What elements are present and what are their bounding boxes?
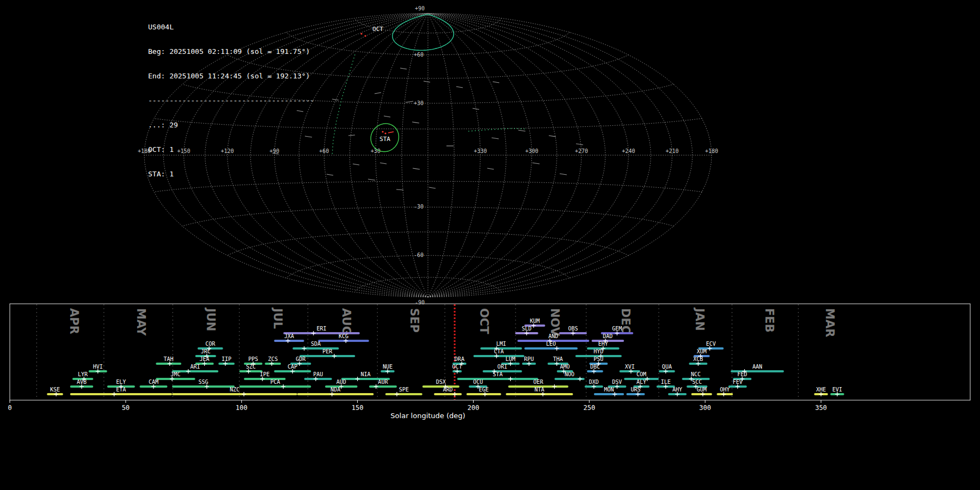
shower-kse: KSE: [47, 387, 63, 396]
screenshot-root: +180+150+120+90+60+30+330+300+270+240+21…: [0, 0, 980, 490]
shower-label: DSX: [436, 379, 446, 385]
meteor-trail: [576, 144, 583, 145]
shower-bar: [172, 385, 235, 388]
meteor-trail: [332, 99, 339, 100]
observation-info-block: US004L Beg: 20251005 02:11:09 (sol = 191…: [148, 7, 314, 194]
shower-label: OCT: [452, 364, 462, 370]
shower-gum: GUM: [691, 387, 712, 396]
grid-meridian: [324, 14, 428, 297]
shower-label: AVB: [77, 379, 87, 385]
shower-label: NOO: [565, 371, 574, 377]
month-label: JAN: [693, 307, 706, 331]
lat-label: +30: [414, 100, 424, 106]
shower-label: PER: [322, 348, 333, 354]
shower-mon: MON: [594, 387, 624, 396]
shower-label: HYD: [593, 348, 603, 354]
station-id: US004L: [148, 23, 314, 31]
shower-label: PAU: [313, 371, 323, 377]
shower-label: OHY: [720, 387, 730, 393]
shower-label: ELY: [116, 379, 126, 385]
shower-label: SLD: [522, 326, 531, 332]
lon-label: +270: [575, 148, 588, 154]
shower-dxd: DXD: [585, 379, 603, 389]
shower-iip: IIP: [218, 356, 235, 366]
shower-label: SZC: [246, 364, 256, 370]
shower-ohy: OHY: [716, 387, 733, 396]
shower-bar: [369, 385, 397, 388]
shower-bar: [239, 385, 311, 388]
shower-avb: AVB: [70, 379, 94, 389]
shower-label: STA: [493, 371, 503, 377]
shower-nzc: NZC: [172, 387, 297, 396]
lat-label: -30: [414, 204, 424, 210]
lon-label: +330: [474, 148, 487, 154]
month-label: JUL: [271, 307, 284, 329]
shower-label: DRA: [455, 356, 464, 362]
red-radiant-mark: [360, 33, 362, 34]
shower-ard: ARD: [434, 387, 462, 396]
lat-label: -90: [415, 299, 425, 305]
meteor-trail: [413, 168, 420, 169]
sporadic-count: ...: 29: [148, 121, 314, 129]
shower-ege: EGE: [467, 387, 501, 396]
shower-sta: STA: [457, 371, 538, 381]
shower-label: EGE: [479, 387, 489, 393]
shower-pau: PAU: [304, 371, 332, 381]
month-label: APR: [68, 308, 81, 334]
meteor-trail: [532, 163, 540, 164]
shower-bar: [297, 393, 373, 395]
month-label: MAR: [823, 308, 836, 337]
shower-label: DBC: [590, 364, 600, 370]
shower-bar: [239, 370, 262, 372]
separator: ---------------------------------------: [148, 96, 314, 105]
shower-label: ETA: [116, 387, 126, 393]
x-tick-label: 150: [352, 404, 364, 412]
meteor-trail: [492, 138, 499, 139]
month-label: OCT: [477, 308, 491, 334]
meteor-trail: [424, 81, 430, 82]
x-tick-label: 100: [236, 404, 248, 412]
shower-jxa: JXA: [274, 333, 304, 343]
shower-bar: [434, 393, 462, 395]
shower-sld: SLD: [515, 326, 538, 335]
meteor-trail: [384, 116, 390, 117]
shower-label: AUD: [336, 379, 346, 385]
shower-label: IIP: [222, 356, 231, 362]
shower-label: ARD: [443, 387, 453, 393]
end-time: End: 20251005 11:24:45 (sol = 192.13°): [148, 72, 314, 80]
shower-hvi: HVI: [89, 364, 107, 373]
meteor-trail: [549, 136, 556, 137]
shower-label: CAP: [287, 364, 297, 370]
shower-label: CAM: [149, 379, 158, 385]
shower-bar: [318, 340, 369, 342]
shower-dbc: DBC: [587, 364, 603, 373]
shower-label: SSG: [198, 379, 208, 385]
month-label: FEB: [763, 308, 776, 333]
meteor-trail: [396, 189, 403, 190]
shower-fev: FEV: [728, 379, 747, 389]
shower-label: DAD: [603, 333, 612, 339]
radiant-label-sta: STA: [379, 136, 390, 143]
month-label: NOV: [548, 308, 561, 336]
shower-aud: AUD: [325, 379, 358, 389]
shower-label: KCG: [339, 333, 348, 339]
shower-leo: LEO: [524, 341, 578, 351]
shower-ssg: SSG: [172, 379, 235, 389]
shower-kcg: KCG: [318, 333, 369, 343]
red-radiant-mark: [364, 35, 366, 36]
shower-label: MON: [604, 387, 614, 393]
shower-label: NUE: [383, 364, 393, 370]
shower-label: QUA: [662, 364, 672, 370]
shower-xhe: XHE: [814, 387, 828, 396]
red-radiant-mark: [384, 132, 386, 134]
lon-label: +240: [622, 148, 635, 154]
shower-label: FED: [737, 371, 747, 377]
meteor-trail: [375, 93, 381, 94]
shower-bar: [626, 393, 645, 395]
lat-label: +60: [414, 52, 424, 58]
shower-label: ORI: [498, 364, 507, 370]
meteor-trail: [406, 101, 413, 102]
x-tick-label: 250: [583, 404, 595, 412]
shower-xcb: XCB: [689, 356, 707, 366]
shower-label: SDA: [311, 341, 321, 347]
